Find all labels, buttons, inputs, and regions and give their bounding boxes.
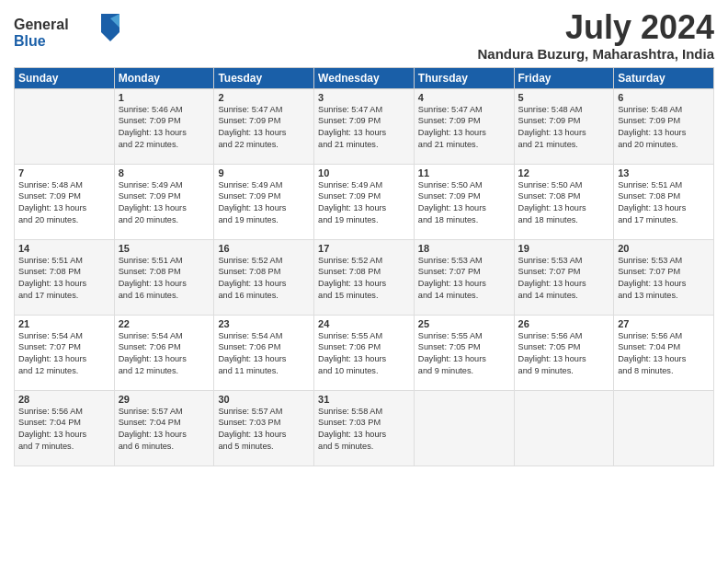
day-number: 23 xyxy=(218,318,310,329)
day-info: Sunrise: 5:50 AM Sunset: 7:08 PM Dayligh… xyxy=(518,179,610,227)
day-info: Sunrise: 5:54 AM Sunset: 7:07 PM Dayligh… xyxy=(18,330,110,378)
logo: General Blue xyxy=(14,9,124,54)
weekday-header: Monday xyxy=(114,67,214,88)
day-info: Sunrise: 5:56 AM Sunset: 7:04 PM Dayligh… xyxy=(618,330,710,378)
day-number: 28 xyxy=(18,394,110,405)
calendar-cell: 5Sunrise: 5:48 AM Sunset: 7:09 PM Daylig… xyxy=(514,88,614,164)
day-info: Sunrise: 5:51 AM Sunset: 7:08 PM Dayligh… xyxy=(119,255,210,303)
calendar-cell: 16Sunrise: 5:52 AM Sunset: 7:08 PM Dayli… xyxy=(214,239,314,315)
calendar-body: 1Sunrise: 5:46 AM Sunset: 7:09 PM Daylig… xyxy=(15,88,714,465)
weekday-header: Saturday xyxy=(614,67,714,88)
calendar-week-row: 14Sunrise: 5:51 AM Sunset: 7:08 PM Dayli… xyxy=(15,239,714,315)
day-info: Sunrise: 5:53 AM Sunset: 7:07 PM Dayligh… xyxy=(418,255,510,303)
day-number: 21 xyxy=(18,318,110,329)
day-number: 14 xyxy=(18,243,110,254)
calendar-cell: 27Sunrise: 5:56 AM Sunset: 7:04 PM Dayli… xyxy=(614,315,714,390)
day-info: Sunrise: 5:51 AM Sunset: 7:08 PM Dayligh… xyxy=(18,255,110,303)
calendar-cell: 7Sunrise: 5:48 AM Sunset: 7:09 PM Daylig… xyxy=(15,164,115,239)
calendar-cell: 14Sunrise: 5:51 AM Sunset: 7:08 PM Dayli… xyxy=(15,239,115,315)
calendar-cell: 19Sunrise: 5:53 AM Sunset: 7:07 PM Dayli… xyxy=(514,239,614,315)
day-number: 16 xyxy=(218,243,310,254)
day-number: 26 xyxy=(518,318,610,329)
day-number: 29 xyxy=(119,394,210,405)
day-number: 12 xyxy=(518,167,610,178)
calendar-cell xyxy=(514,390,614,465)
calendar-container: General Blue July 2024 Nandura Buzurg, M… xyxy=(0,0,728,563)
calendar-cell: 12Sunrise: 5:50 AM Sunset: 7:08 PM Dayli… xyxy=(514,164,614,239)
day-info: Sunrise: 5:46 AM Sunset: 7:09 PM Dayligh… xyxy=(119,104,210,152)
calendar-cell: 4Sunrise: 5:47 AM Sunset: 7:09 PM Daylig… xyxy=(414,88,514,164)
calendar-cell: 22Sunrise: 5:54 AM Sunset: 7:06 PM Dayli… xyxy=(114,315,214,390)
day-info: Sunrise: 5:56 AM Sunset: 7:04 PM Dayligh… xyxy=(18,406,110,454)
day-number: 2 xyxy=(218,92,310,103)
calendar-cell: 28Sunrise: 5:56 AM Sunset: 7:04 PM Dayli… xyxy=(15,390,115,465)
day-info: Sunrise: 5:47 AM Sunset: 7:09 PM Dayligh… xyxy=(418,104,510,152)
day-number: 18 xyxy=(418,243,510,254)
day-info: Sunrise: 5:57 AM Sunset: 7:04 PM Dayligh… xyxy=(119,406,210,454)
calendar-cell xyxy=(414,390,514,465)
calendar-cell: 10Sunrise: 5:49 AM Sunset: 7:09 PM Dayli… xyxy=(314,164,415,239)
day-number: 20 xyxy=(618,243,710,254)
calendar-cell: 15Sunrise: 5:51 AM Sunset: 7:08 PM Dayli… xyxy=(114,239,214,315)
day-number: 25 xyxy=(418,318,510,329)
calendar-cell xyxy=(614,390,714,465)
weekday-header: Tuesday xyxy=(214,67,314,88)
day-number: 4 xyxy=(418,92,510,103)
location: Nandura Buzurg, Maharashtra, India xyxy=(477,46,714,62)
header: General Blue July 2024 Nandura Buzurg, M… xyxy=(14,9,714,62)
day-number: 17 xyxy=(318,243,410,254)
day-number: 24 xyxy=(318,318,410,329)
calendar-cell: 11Sunrise: 5:50 AM Sunset: 7:09 PM Dayli… xyxy=(414,164,514,239)
weekday-header: Thursday xyxy=(414,67,514,88)
calendar-cell: 20Sunrise: 5:53 AM Sunset: 7:07 PM Dayli… xyxy=(614,239,714,315)
title-block: July 2024 Nandura Buzurg, Maharashtra, I… xyxy=(477,9,714,62)
day-info: Sunrise: 5:56 AM Sunset: 7:05 PM Dayligh… xyxy=(518,330,610,378)
day-info: Sunrise: 5:58 AM Sunset: 7:03 PM Dayligh… xyxy=(318,406,410,454)
day-number: 31 xyxy=(318,394,410,405)
day-number: 3 xyxy=(318,92,410,103)
calendar-cell: 30Sunrise: 5:57 AM Sunset: 7:03 PM Dayli… xyxy=(214,390,314,465)
day-info: Sunrise: 5:54 AM Sunset: 7:06 PM Dayligh… xyxy=(119,330,210,378)
day-info: Sunrise: 5:53 AM Sunset: 7:07 PM Dayligh… xyxy=(518,255,610,303)
day-info: Sunrise: 5:55 AM Sunset: 7:05 PM Dayligh… xyxy=(418,330,510,378)
calendar-cell: 8Sunrise: 5:49 AM Sunset: 7:09 PM Daylig… xyxy=(114,164,214,239)
day-info: Sunrise: 5:57 AM Sunset: 7:03 PM Dayligh… xyxy=(218,406,310,454)
day-info: Sunrise: 5:55 AM Sunset: 7:06 PM Dayligh… xyxy=(318,330,410,378)
weekday-header: Friday xyxy=(514,67,614,88)
day-info: Sunrise: 5:49 AM Sunset: 7:09 PM Dayligh… xyxy=(218,179,310,227)
day-number: 7 xyxy=(18,167,110,178)
calendar-cell: 25Sunrise: 5:55 AM Sunset: 7:05 PM Dayli… xyxy=(414,315,514,390)
calendar-week-row: 21Sunrise: 5:54 AM Sunset: 7:07 PM Dayli… xyxy=(15,315,714,390)
day-number: 6 xyxy=(618,92,710,103)
day-info: Sunrise: 5:48 AM Sunset: 7:09 PM Dayligh… xyxy=(18,179,110,227)
calendar-cell: 21Sunrise: 5:54 AM Sunset: 7:07 PM Dayli… xyxy=(15,315,115,390)
calendar-cell: 26Sunrise: 5:56 AM Sunset: 7:05 PM Dayli… xyxy=(514,315,614,390)
logo-text: General Blue xyxy=(14,9,124,54)
month-year: July 2024 xyxy=(477,9,714,46)
calendar-cell: 23Sunrise: 5:54 AM Sunset: 7:06 PM Dayli… xyxy=(214,315,314,390)
calendar-cell: 1Sunrise: 5:46 AM Sunset: 7:09 PM Daylig… xyxy=(114,88,214,164)
calendar-table: SundayMondayTuesdayWednesdayThursdayFrid… xyxy=(14,67,714,466)
day-number: 19 xyxy=(518,243,610,254)
calendar-cell: 18Sunrise: 5:53 AM Sunset: 7:07 PM Dayli… xyxy=(414,239,514,315)
day-info: Sunrise: 5:52 AM Sunset: 7:08 PM Dayligh… xyxy=(318,255,410,303)
day-number: 27 xyxy=(618,318,710,329)
calendar-cell: 29Sunrise: 5:57 AM Sunset: 7:04 PM Dayli… xyxy=(114,390,214,465)
calendar-header: SundayMondayTuesdayWednesdayThursdayFrid… xyxy=(15,67,714,88)
day-number: 15 xyxy=(119,243,210,254)
calendar-cell: 2Sunrise: 5:47 AM Sunset: 7:09 PM Daylig… xyxy=(214,88,314,164)
calendar-week-row: 1Sunrise: 5:46 AM Sunset: 7:09 PM Daylig… xyxy=(15,88,714,164)
day-number: 30 xyxy=(218,394,310,405)
day-info: Sunrise: 5:52 AM Sunset: 7:08 PM Dayligh… xyxy=(218,255,310,303)
svg-text:Blue: Blue xyxy=(14,33,46,49)
day-info: Sunrise: 5:49 AM Sunset: 7:09 PM Dayligh… xyxy=(318,179,410,227)
day-info: Sunrise: 5:53 AM Sunset: 7:07 PM Dayligh… xyxy=(618,255,710,303)
day-number: 10 xyxy=(318,167,410,178)
day-info: Sunrise: 5:48 AM Sunset: 7:09 PM Dayligh… xyxy=(618,104,710,152)
day-number: 8 xyxy=(119,167,210,178)
calendar-cell: 13Sunrise: 5:51 AM Sunset: 7:08 PM Dayli… xyxy=(614,164,714,239)
svg-text:General: General xyxy=(14,17,69,32)
weekday-row: SundayMondayTuesdayWednesdayThursdayFrid… xyxy=(15,67,714,88)
calendar-cell: 6Sunrise: 5:48 AM Sunset: 7:09 PM Daylig… xyxy=(614,88,714,164)
day-info: Sunrise: 5:50 AM Sunset: 7:09 PM Dayligh… xyxy=(418,179,510,227)
